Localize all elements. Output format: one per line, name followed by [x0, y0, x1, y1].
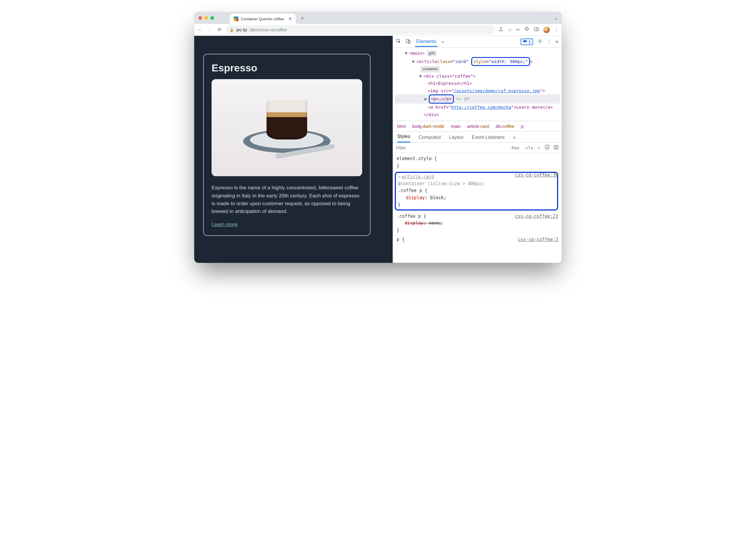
p-node-highlight: <p>…</p> [429, 94, 454, 103]
tab-styles[interactable]: Styles [397, 131, 410, 143]
container-badge[interactable]: container [421, 66, 440, 72]
tab-overflow-icon[interactable]: ⌄ [554, 16, 557, 20]
minimize-window-button[interactable] [204, 16, 208, 20]
tab-layout[interactable]: Layout [449, 132, 464, 143]
dom-breadcrumbs[interactable]: html body.dark-mode main article.card di… [393, 121, 562, 131]
crumb-p[interactable]: p [521, 124, 523, 129]
tab-title: Container Queries coffee [241, 17, 284, 21]
titlebar: Container Queries coffee ✕ ＋ ⌄ [194, 12, 562, 24]
panel-icon[interactable] [534, 26, 539, 33]
settings-icon[interactable] [537, 39, 543, 45]
dom-tree[interactable]: ▼<main>grid ▼<article class="card" style… [393, 48, 562, 121]
style-attr-highlight: style="width: 500px;" [471, 57, 530, 66]
svg-rect-5 [545, 145, 549, 148]
kebab-menu-icon[interactable]: ⋮ [554, 27, 559, 32]
tab-event-listeners[interactable]: Event Listeners [472, 132, 505, 143]
content-area: Espresso Espresso is the name of a highl… [194, 36, 562, 263]
styles-rules[interactable]: element.style { } css-cq-coffee:30 →arti… [393, 153, 562, 263]
url-host: jec.fyi [236, 27, 247, 32]
coffee-image [211, 79, 362, 176]
profile-avatar[interactable] [543, 26, 550, 33]
close-tab-icon[interactable]: ✕ [289, 16, 292, 21]
device-toggle-icon[interactable] [406, 39, 411, 45]
node-actions-icon[interactable]: ⋯ [396, 95, 399, 103]
forward-button[interactable]: → [207, 27, 213, 32]
source-link[interactable]: css-cq-coffee:21 [515, 213, 558, 220]
coffee-card: Espresso Espresso is the name of a highl… [203, 54, 371, 236]
browser-window: Container Queries coffee ✕ ＋ ⌄ ← → ⟳ 🔒 j… [194, 12, 562, 263]
bookmark-icon[interactable]: ☆ [508, 27, 512, 32]
reload-button[interactable]: ⟳ [216, 27, 222, 32]
issues-count: 1 [528, 39, 531, 44]
styles-tabbar: Styles Computed Layout Event Listeners » [393, 131, 562, 143]
cls-toggle[interactable]: .cls [523, 145, 533, 150]
address-bar[interactable]: 🔒 jec.fyi/demo/css-cq-coffee [226, 25, 495, 34]
crumb-main[interactable]: main [451, 124, 461, 129]
source-link[interactable]: css-cq-coffee:3 [518, 236, 558, 243]
styles-tabs-overflow-icon[interactable]: » [513, 132, 516, 143]
learn-more-link[interactable]: Learn more [211, 222, 238, 227]
computed-toggle-icon[interactable] [545, 145, 550, 151]
rule-p[interactable]: css-cq-coffee:3 p { [396, 236, 558, 245]
tab-elements[interactable]: Elements [415, 36, 437, 47]
coffee-description: Espresso is the name of a highly concent… [211, 184, 362, 215]
styles-filter-input[interactable] [396, 145, 506, 150]
inspect-icon[interactable] [396, 39, 401, 45]
window-controls [194, 16, 218, 20]
url-path: /demo/css-cq-coffee [249, 27, 287, 32]
sidebar-toggle-icon[interactable] [554, 145, 559, 151]
tab-computed[interactable]: Computed [419, 132, 441, 143]
source-link[interactable]: css-cq-coffee:30 [515, 172, 558, 179]
page-title: Espresso [211, 62, 362, 74]
favicon-icon [234, 17, 239, 21]
hov-toggle[interactable]: :hov [510, 145, 520, 150]
grid-badge[interactable]: grid [427, 50, 437, 57]
styles-filterbar: :hov .cls ＋ [393, 143, 562, 153]
toolbar-actions: ☆ ✂︎ ⋮ [498, 26, 559, 33]
svg-point-4 [539, 41, 541, 42]
back-button[interactable]: ← [197, 27, 203, 32]
maximize-window-button[interactable] [210, 16, 214, 20]
svg-rect-2 [406, 39, 409, 43]
crumb-article[interactable]: article.card [467, 124, 489, 129]
new-rule-icon[interactable]: ＋ [537, 145, 541, 150]
lock-icon: 🔒 [230, 28, 234, 32]
toolbar: ← → ⟳ 🔒 jec.fyi/demo/css-cq-coffee ☆ ✂︎ … [194, 24, 562, 36]
extensions-icon[interactable] [524, 26, 529, 33]
new-tab-button[interactable]: ＋ [298, 14, 307, 22]
crumb-html[interactable]: html [397, 124, 406, 129]
svg-rect-0 [534, 27, 538, 31]
svg-rect-6 [554, 145, 558, 149]
rule-element-style[interactable]: element.style { } [396, 155, 558, 171]
scissors-icon[interactable]: ✂︎ [516, 27, 520, 32]
tabs-overflow-icon[interactable]: » [442, 39, 444, 44]
crumb-body[interactable]: body.dark-mode [412, 124, 444, 129]
crumb-div[interactable]: div.coffee [496, 124, 514, 129]
dom-selected-node[interactable]: ⋯ ▶<p>…</p>== $0 [395, 94, 560, 103]
devtools-panel: Elements » 1 ⋮ ✕ ▼<main>grid ▼<article c… [393, 36, 562, 263]
rule-container-query[interactable]: css-cq-coffee:30 →article.card @containe… [396, 171, 558, 212]
issues-badge[interactable]: 1 [520, 39, 533, 45]
rendered-page: Espresso Espresso is the name of a highl… [194, 36, 393, 263]
browser-tab[interactable]: Container Queries coffee ✕ [230, 14, 296, 24]
devtools-kebab-icon[interactable]: ⋮ [547, 39, 551, 44]
rule-coffee-p[interactable]: css-cq-coffee:21 .coffee p { display: no… [396, 212, 558, 236]
devtools-close-icon[interactable]: ✕ [555, 39, 559, 44]
share-icon[interactable] [498, 26, 504, 33]
devtools-toolbar: Elements » 1 ⋮ ✕ [393, 36, 562, 48]
close-window-button[interactable] [199, 16, 202, 20]
